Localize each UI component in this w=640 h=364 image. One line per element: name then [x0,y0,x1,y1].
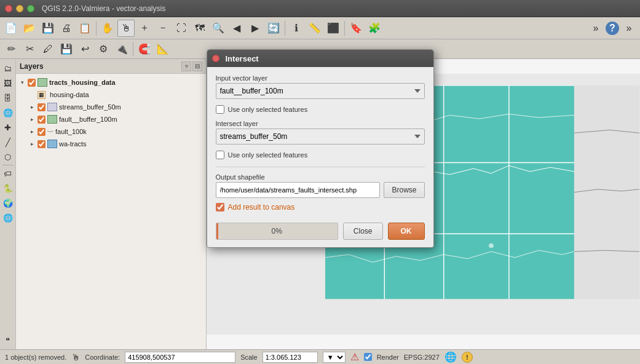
browse-button[interactable]: Browse [384,182,424,198]
modal-body: Input vector layer fault__buffer_100m st… [207,67,433,219]
add-result-label: Add result to canvas [228,203,295,212]
use-selected-1-label: Use only selected features [228,106,308,113]
use-selected-2-label: Use only selected features [228,151,308,159]
progress-area: 0% [216,223,338,240]
ok-button[interactable]: OK [388,223,425,240]
modal-close-button[interactable] [212,55,219,62]
output-section: Output shapefile Browse [216,173,425,198]
progress-bar-container: 0% [216,223,338,240]
add-result-checkbox[interactable] [216,203,224,212]
use-selected-1-row: Use only selected features [216,104,425,115]
output-row: Browse [216,182,425,198]
use-selected-1-checkbox[interactable] [216,105,224,114]
close-dialog-button[interactable]: Close [343,223,383,240]
input-vector-select[interactable]: fault__buffer_100m streams_buffer_50m wa… [216,83,425,99]
use-selected-2-row: Use only selected features [216,149,425,160]
intersect-dialog: Intersect Input vector layer fault__buff… [207,49,434,248]
use-selected-2-checkbox[interactable] [216,151,224,159]
input-vector-label: Input vector layer [216,74,425,82]
modal-titlebar: Intersect [207,50,433,67]
intersect-layer-label: Intersect layer [216,120,425,127]
dialog-buttons: 0% Close OK [207,219,433,247]
modal-title: Intersect [226,54,259,63]
input-vector-section: Input vector layer fault__buffer_100m st… [216,74,425,99]
add-result-row: Add result to canvas [216,203,425,212]
modal-overlay: Intersect Input vector layer fault__buff… [0,0,640,364]
intersect-layer-section: Intersect layer streams_buffer_50m fault… [216,120,425,144]
section-divider [216,167,425,167]
output-label: Output shapefile [216,173,425,181]
output-path-input[interactable] [216,182,381,198]
intersect-layer-select[interactable]: streams_buffer_50m fault__buffer_100m wa… [216,129,425,144]
progress-text: 0% [216,227,338,235]
